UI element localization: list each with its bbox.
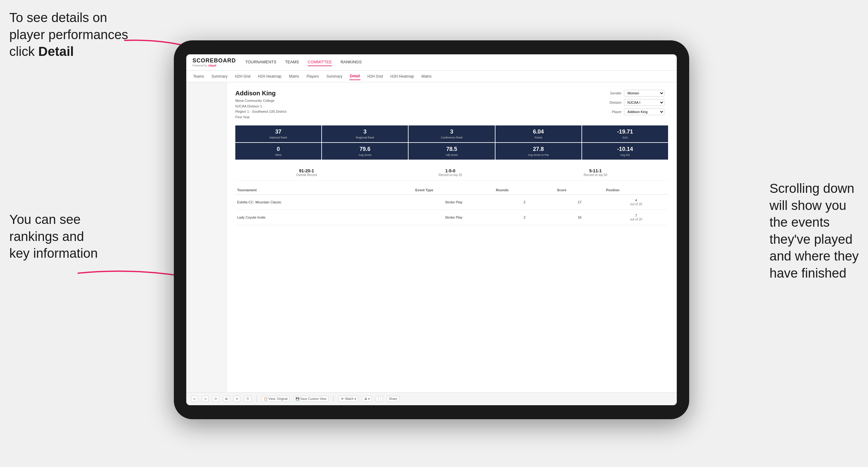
- toolbar-timer[interactable]: ⏱: [244, 396, 251, 402]
- player-label: Player: [606, 110, 621, 114]
- stat-avg-score-par-label: Avg Score to Par: [497, 153, 580, 156]
- toolbar-save-custom[interactable]: 💾 Save Custom View: [293, 396, 329, 402]
- logo-sub: Powered by clippd: [192, 64, 236, 67]
- player-region: Region 1 - Southwest (18) District: [235, 109, 286, 115]
- tab-matrix2[interactable]: Matrix: [421, 73, 432, 80]
- record-overall: 91-20-1 Overall Record: [296, 168, 317, 177]
- tab-h2h-heatmap2[interactable]: H2H Heatmap: [390, 73, 414, 80]
- record-top25: 1-5-0 Record vs top 25: [439, 168, 462, 177]
- tab-h2h-grid[interactable]: H2H Grid: [235, 73, 251, 80]
- tab-h2h-grid2[interactable]: H2H Grid: [367, 73, 383, 80]
- table-row: Lady Coyote Invite Stroke Play 2 16 7out…: [235, 210, 668, 225]
- row1-event-type: Stroke Play: [413, 195, 494, 210]
- stat-avg-sg: -10.14 Avg SG: [582, 143, 668, 160]
- stats-row2: 0 Wins 79.6 Avg Score 78.5 Adj Score 27.…: [235, 143, 668, 160]
- toolbar-fullscreen[interactable]: ⛶: [376, 396, 383, 402]
- row1-tournament: Estella CC- Mountain Classic: [235, 195, 413, 210]
- row2-score: 16: [555, 210, 604, 225]
- stats-row1: 37 National Rank 3 Regional Rank 3 Confe…: [235, 125, 668, 142]
- stat-avg-sg-value: -10.14: [584, 146, 666, 152]
- player-info: Addison King Mesa Community College NJCA…: [235, 90, 286, 120]
- nav-tournaments[interactable]: TOURNAMENTS: [245, 58, 276, 66]
- row1-position: 4out of 20: [604, 195, 668, 210]
- row2-rounds: 2: [494, 210, 555, 225]
- stat-avg-score-par: 27.8 Avg Score to Par: [495, 143, 582, 160]
- toolbar-watch[interactable]: 👁 Watch ▾: [339, 396, 358, 402]
- stat-conference-rank-label: Conference Rank: [410, 136, 493, 139]
- table-row: Estella CC- Mountain Classic Stroke Play…: [235, 195, 668, 210]
- stat-avg-score-par-value: 27.8: [497, 146, 580, 152]
- stat-regional-rank-label: Regional Rank: [324, 136, 406, 139]
- stat-points-label: Points: [497, 136, 580, 139]
- toolbar-redo[interactable]: ↪: [202, 396, 209, 402]
- stat-sos-label: SoS: [584, 136, 666, 139]
- toolbar-grid[interactable]: ⊞: [223, 396, 230, 402]
- stat-sos-value: -19.71: [584, 129, 666, 135]
- row2-event-type: Stroke Play: [413, 210, 494, 225]
- tab-h2h-heatmap[interactable]: H2H Heatmap: [257, 73, 282, 80]
- player-filters: Gender Women Division NJCAA I: [606, 90, 668, 115]
- player-name: Addison King: [235, 90, 286, 97]
- col-position: Position: [604, 186, 668, 195]
- record-top50: 5-11-1 Record vs top 50: [584, 168, 607, 177]
- content-area: Addison King Mesa Community College NJCA…: [186, 82, 677, 392]
- stat-sos: -19.71 SoS: [582, 125, 668, 142]
- toolbar-sep1: [256, 396, 257, 402]
- record-top50-value: 5-11-1: [584, 168, 607, 173]
- records-row: 91-20-1 Overall Record 1-5-0 Record vs t…: [235, 164, 668, 181]
- tab-summary2[interactable]: Summary: [326, 73, 343, 80]
- toolbar-share[interactable]: Share: [387, 396, 400, 402]
- annotation-bottom-left: You can seerankings andkey information: [9, 211, 98, 262]
- stat-conference-rank: 3 Conference Rank: [408, 125, 495, 142]
- tab-summary[interactable]: Summary: [211, 73, 228, 80]
- nav-committee[interactable]: COMMITTEE: [308, 58, 332, 66]
- toolbar-view-original[interactable]: 📋 View: Original: [262, 396, 290, 402]
- stat-national-rank: 37 National Rank: [235, 125, 321, 142]
- stat-avg-score-label: Avg Score: [324, 153, 406, 156]
- stat-wins: 0 Wins: [235, 143, 321, 160]
- bottom-toolbar: ↩ ↪ ⟳ ⊞ ✕ ⏱ 📋 View: Original 💾 Save Cust…: [186, 392, 677, 405]
- player-division: NJCAA Division 1: [235, 104, 286, 109]
- toolbar-undo[interactable]: ↩: [191, 396, 198, 402]
- nav-rankings[interactable]: RANKINGS: [341, 58, 362, 66]
- record-top25-label: Record vs top 25: [439, 173, 462, 177]
- division-select[interactable]: NJCAA I: [624, 99, 664, 106]
- toolbar-sep2: [333, 396, 334, 402]
- toolbar-close[interactable]: ✕: [234, 396, 240, 402]
- nav-teams[interactable]: TEAMS: [285, 58, 299, 66]
- col-tournament: Tournament: [235, 186, 413, 195]
- stat-points: 6.04 Points: [495, 125, 582, 142]
- player-select[interactable]: Addison King: [624, 108, 664, 115]
- stat-wins-value: 0: [237, 146, 319, 152]
- app-logo: SCOREBOARD Powered by clippd: [192, 57, 236, 67]
- toolbar-display[interactable]: 🖥 ▾: [362, 396, 372, 402]
- gender-select[interactable]: Women: [624, 90, 664, 97]
- tab-detail[interactable]: Detail: [349, 73, 361, 80]
- annotation-bottom-right: Scrolling downwill show youthe eventsthe…: [770, 180, 859, 282]
- stat-avg-score-value: 79.6: [324, 146, 406, 152]
- player-header: Addison King Mesa Community College NJCA…: [235, 90, 668, 120]
- tab-matrix[interactable]: Matrix: [288, 73, 300, 80]
- main-panel: Addison King Mesa Community College NJCA…: [227, 82, 677, 392]
- tab-players[interactable]: Players: [306, 73, 319, 80]
- filter-player-row: Player Addison King: [606, 108, 668, 115]
- stat-avg-sg-label: Avg SG: [584, 153, 666, 156]
- sidebar-left: [186, 82, 227, 392]
- player-year: First Year: [235, 115, 286, 120]
- row2-tournament: Lady Coyote Invite: [235, 210, 413, 225]
- nav-items: TOURNAMENTS TEAMS COMMITTEE RANKINGS: [245, 58, 362, 66]
- stat-regional-rank-value: 3: [324, 129, 406, 135]
- filter-gender-row: Gender Women: [606, 90, 668, 97]
- stat-adj-score-value: 78.5: [410, 146, 493, 152]
- gender-label: Gender: [606, 91, 621, 95]
- player-college: Mesa Community College: [235, 98, 286, 104]
- record-top50-label: Record vs top 50: [584, 173, 607, 177]
- stat-regional-rank: 3 Regional Rank: [322, 125, 408, 142]
- col-event-type: Event Type: [413, 186, 494, 195]
- toolbar-refresh[interactable]: ⟳: [212, 396, 219, 402]
- annotation-top-left: To see details onplayer performancesclic…: [9, 9, 128, 60]
- filter-division-row: Division NJCAA I: [606, 99, 668, 106]
- stat-points-value: 6.04: [497, 129, 580, 135]
- stat-adj-score: 78.5 Adj Score: [408, 143, 495, 160]
- tab-teams[interactable]: Teams: [192, 73, 205, 80]
